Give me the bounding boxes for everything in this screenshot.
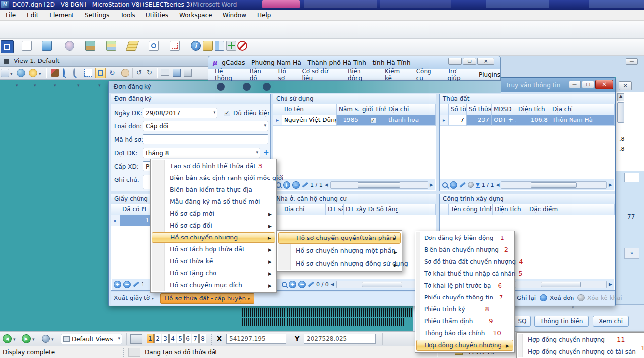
edit-row-icon[interactable] <box>308 281 314 287</box>
view-toggle-8[interactable]: 8 <box>199 334 206 343</box>
view-perspective-icon[interactable] <box>42 335 50 343</box>
menu-item-ho-so-cap-doi[interactable]: Hồ sơ cấp đổi▶ <box>152 220 275 232</box>
xoa-don-button[interactable]: Xoá đơn <box>550 295 574 301</box>
gioi-tinh-checkbox[interactable]: ✓ <box>370 118 376 123</box>
col-so-tang[interactable]: Số tầng <box>374 204 398 215</box>
cell-dien-tich[interactable]: 106.8 <box>516 115 550 126</box>
cell-gioi-tinh[interactable]: ✓ <box>360 115 386 126</box>
scrollbar-thumb[interactable] <box>362 282 402 287</box>
gcadas-menu-cong-cu[interactable]: Công cụ <box>416 68 440 82</box>
manage-views-icon[interactable] <box>130 334 142 344</box>
view-groups-combo[interactable]: Default Views▾ <box>61 334 122 344</box>
ho-so-thua-dat-tab[interactable]: Hồ sơ thửa đất - cấp huyện ▾ <box>160 293 254 304</box>
col-mdsd[interactable]: MDSD <box>492 104 516 115</box>
menu-help[interactable]: Help <box>256 10 272 21</box>
col-dt-san[interactable]: DT sàn <box>326 204 344 215</box>
view-toggle-5[interactable]: 5 <box>177 334 184 343</box>
menu-item-phieu-chuyen-thong-tin[interactable]: Phiếu chuyển thông tin7 <box>416 292 513 303</box>
scrollbar-thumb[interactable] <box>358 182 400 188</box>
new-file-icon[interactable] <box>22 41 32 51</box>
col-dia-chi[interactable]: Địa chỉ <box>550 104 615 115</box>
element-selection-icon[interactable] <box>149 41 159 51</box>
view-toggle-4[interactable]: 4 <box>169 334 176 343</box>
pager-next-icon[interactable]: ▶ <box>609 182 612 187</box>
toolbar-handle[interactable] <box>211 334 212 345</box>
adjust-brightness-icon[interactable] <box>29 69 37 77</box>
scrollbar-up-arrow[interactable]: ▲ <box>617 93 624 101</box>
menu-item-hop-dong-co-tai-san[interactable]: Hợp đồng chuyển nhượng có tài sản12 <box>518 346 643 358</box>
ma-ho-so-field[interactable] <box>143 134 268 144</box>
dot-dk-field[interactable]: tháng 8▾ <box>143 148 260 158</box>
col-dien-tich[interactable]: Diện tích <box>493 204 527 215</box>
scrollbar-thumb[interactable] <box>541 282 581 287</box>
close-button[interactable]: × <box>477 58 494 65</box>
menu-item-thong-bao-dia-chinh[interactable]: Thông báo địa chính10 <box>416 327 513 339</box>
zoom-in-icon[interactable] <box>63 69 65 76</box>
menu-item-phieu-trinh-ky[interactable]: Phiếu trình ký8 <box>416 303 513 315</box>
menu-item-hop-dong[interactable]: Hợp đồng chuyển nhượng11 <box>518 334 643 346</box>
remove-row-button[interactable]: − <box>123 281 131 288</box>
references-icon[interactable] <box>106 41 116 51</box>
menu-item-bien-ban-ranh-gioi[interactable]: Biên bản xác định ranh giới mốc giới <box>152 172 275 184</box>
properties-panel-icon[interactable] <box>215 41 224 51</box>
menu-item-ho-so-cap-moi[interactable]: Hồ sơ cấp mới▶ <box>152 208 275 220</box>
cell-da-co-pl[interactable]: 1 <box>120 215 152 226</box>
fit-view-icon[interactable] <box>95 68 106 78</box>
col-dia-chi[interactable]: Địa chỉ <box>386 104 436 115</box>
col-da-co-pl[interactable]: Đã có PL <box>120 204 152 215</box>
scrollbar-thumb[interactable] <box>531 182 577 188</box>
cell-dia-chi[interactable]: thanh hoa <box>386 115 436 126</box>
cel-library-icon[interactable] <box>65 41 74 51</box>
no-snap-icon[interactable] <box>237 41 247 51</box>
du-dieu-kien-checkbox[interactable]: ✓ <box>224 110 230 116</box>
minimize-button[interactable]: — <box>448 58 462 65</box>
col-dt-xay-dung[interactable]: DT xây Dựng <box>344 204 374 215</box>
horizontal-scrollbar[interactable] <box>330 181 428 189</box>
view-toggle-3[interactable]: 3 <box>162 334 169 343</box>
rotate-view-icon[interactable]: ↻ <box>109 69 115 77</box>
y-coordinate-field[interactable]: 2027528.025 <box>304 334 376 344</box>
gcadas-menu-tro-giup[interactable]: Trợ giúp <box>447 68 471 82</box>
back-view-button[interactable]: ◀ <box>3 334 12 343</box>
locate-parcel-icon[interactable] <box>468 182 474 188</box>
view-attributes-icon[interactable] <box>17 69 25 77</box>
ngay-dk-field[interactable]: 29/08/2017▾ <box>143 108 217 118</box>
view-toggle-1[interactable]: 1 <box>147 334 154 343</box>
menu-item-ho-so-tach-hop[interactable]: Hồ sơ tách hợp thửa đất▶ <box>152 243 275 255</box>
update-view-icon[interactable] <box>51 69 59 77</box>
menu-item-mau-dang-ky-thue[interactable]: Mẫu đăng ký mã số thuế mới <box>152 196 275 208</box>
export-down-icon[interactable]: ▼ <box>476 182 480 188</box>
x-coordinate-field[interactable]: 541297.195 <box>226 334 286 344</box>
gcadas-menu-kiem-ke[interactable]: Kiểm kê <box>385 68 408 82</box>
xoa-don-icon[interactable]: − <box>540 294 547 301</box>
menu-item-hop-dong-chuyen-nhuong[interactable]: Hợp đồng chuyển nhượng▶ <box>416 340 513 351</box>
ghi-lai-button[interactable]: Ghi lại <box>517 295 536 301</box>
accusnap-icon[interactable] <box>226 41 236 51</box>
info-icon[interactable]: i <box>191 41 201 51</box>
horizontal-scrollbar[interactable] <box>501 181 607 189</box>
scrollbar-thumb[interactable] <box>617 102 624 123</box>
window-area-icon[interactable] <box>84 69 92 77</box>
gcadas-menu-plugins[interactable]: Plugins <box>479 71 500 78</box>
maximize-button[interactable]: ▢ <box>582 81 594 88</box>
menu-item-bien-ban-thuc-dia[interactable]: Biên bản kiểm tra thực địa <box>152 184 275 196</box>
menu-item-chuyen-quyen-toan-phan[interactable]: Hồ sơ chuyển quyền(toàn phần)▶ <box>278 232 401 244</box>
forward-view-button[interactable]: ▶ <box>22 334 31 343</box>
view-next-icon[interactable]: ↻ <box>147 69 152 76</box>
edit-row-icon[interactable] <box>302 182 308 187</box>
close-button[interactable]: × <box>595 80 613 89</box>
fence-tools-icon[interactable] <box>170 41 180 51</box>
gcadas-menu-ho-so[interactable]: Hồ sơ <box>278 68 294 82</box>
menu-window[interactable]: Window <box>222 10 247 21</box>
view-toggle-2[interactable]: 2 <box>154 334 161 343</box>
edit-row-icon[interactable] <box>133 281 139 287</box>
add-row-button[interactable]: + <box>114 281 121 288</box>
xem-chi-tiet-button[interactable]: Xem chi tiết <box>593 316 629 327</box>
menu-element[interactable]: Element <box>48 10 75 21</box>
pager-prev-icon[interactable]: ◀ <box>331 282 334 287</box>
view-toggle-6[interactable]: 6 <box>184 334 191 343</box>
chu-su-dung-row[interactable]: ▸ Nguyễn Việt Dũng 1985 ✓ thanh hoa <box>273 115 436 126</box>
models-icon[interactable] <box>42 41 52 51</box>
explorer-icon[interactable] <box>203 41 213 51</box>
truy-van-titlebar[interactable]: Truy vấn thông tin — ▢ × <box>501 77 616 92</box>
